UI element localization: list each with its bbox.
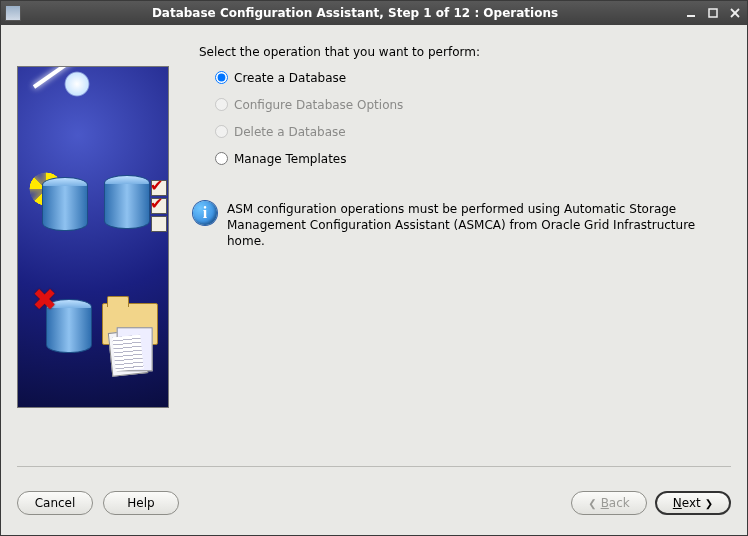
radio-create-database[interactable] bbox=[215, 71, 228, 84]
maximize-button[interactable] bbox=[705, 6, 721, 21]
chevron-left-icon: ❮ bbox=[588, 498, 596, 509]
operation-options: Create a Database Configure Database Opt… bbox=[215, 71, 731, 165]
svg-rect-1 bbox=[709, 9, 717, 17]
main-row: ✖ Select the operation that you want to … bbox=[17, 41, 731, 458]
cancel-button[interactable]: Cancel bbox=[17, 491, 93, 515]
minimize-button[interactable] bbox=[683, 6, 699, 21]
radio-configure-database bbox=[215, 98, 228, 111]
info-row: i ASM configuration operations must be p… bbox=[193, 201, 731, 250]
info-text: ASM configuration operations must be per… bbox=[227, 201, 731, 250]
option-label: Create a Database bbox=[234, 72, 346, 84]
option-manage-templates[interactable]: Manage Templates bbox=[215, 152, 731, 165]
back-button: ❮ Back bbox=[571, 491, 647, 515]
radio-manage-templates[interactable] bbox=[215, 152, 228, 165]
app-icon bbox=[5, 5, 21, 21]
option-label: Delete a Database bbox=[234, 126, 346, 138]
option-label: Configure Database Options bbox=[234, 99, 403, 111]
option-label: Manage Templates bbox=[234, 153, 347, 165]
help-button[interactable]: Help bbox=[103, 491, 179, 515]
radio-delete-database bbox=[215, 125, 228, 138]
close-button[interactable] bbox=[727, 6, 743, 21]
chevron-right-icon: ❯ bbox=[705, 498, 713, 509]
next-button[interactable]: Next ❯ bbox=[655, 491, 731, 515]
window-controls bbox=[683, 6, 743, 21]
wizard-footer: Cancel Help ❮ Back Next ❯ bbox=[17, 466, 731, 527]
right-pane: Select the operation that you want to pe… bbox=[199, 41, 731, 458]
titlebar[interactable]: Database Configuration Assistant, Step 1… bbox=[1, 1, 747, 25]
wizard-illustration: ✖ bbox=[17, 66, 169, 408]
svg-rect-0 bbox=[687, 15, 695, 17]
dbca-window: Database Configuration Assistant, Step 1… bbox=[0, 0, 748, 536]
option-configure-database: Configure Database Options bbox=[215, 98, 731, 111]
content-area: ✖ Select the operation that you want to … bbox=[1, 25, 747, 535]
instruction-text: Select the operation that you want to pe… bbox=[199, 45, 731, 59]
option-create-database[interactable]: Create a Database bbox=[215, 71, 731, 84]
option-delete-database: Delete a Database bbox=[215, 125, 731, 138]
window-title: Database Configuration Assistant, Step 1… bbox=[27, 6, 683, 20]
info-icon: i bbox=[193, 201, 217, 225]
